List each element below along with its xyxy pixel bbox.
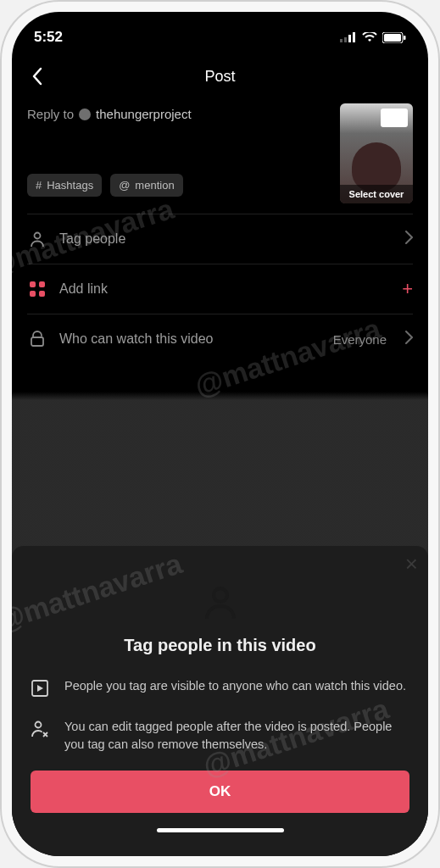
sheet-bullet-edit-text: You can edit tagged people after the vid… <box>64 718 409 754</box>
svg-point-11 <box>36 721 42 727</box>
ok-button-label: OK <box>209 783 231 800</box>
svg-point-9 <box>214 588 227 602</box>
sheet-bullet-visibility: People you tag are visible to anyone who… <box>31 677 409 701</box>
sheet-bullet-edit: You can edit tagged people after the vid… <box>31 718 409 754</box>
video-icon <box>31 679 53 701</box>
tag-info-sheet: × Tag people in this video People you ta… <box>12 546 428 856</box>
person-large-icon <box>202 583 239 620</box>
sheet-bullet-visibility-text: People you tag are visible to anyone who… <box>64 677 406 701</box>
phone-screen: @mattnavarra @mattnavarra @mattnavarra @… <box>12 12 428 856</box>
sheet-close-button[interactable]: × <box>405 553 418 575</box>
sheet-title: Tag people in this video <box>31 636 409 655</box>
home-indicator[interactable] <box>157 828 284 832</box>
close-icon: × <box>405 551 418 576</box>
ok-button[interactable]: OK <box>31 771 409 813</box>
person-x-icon <box>31 720 53 754</box>
sheet-hero-icon <box>31 583 409 620</box>
